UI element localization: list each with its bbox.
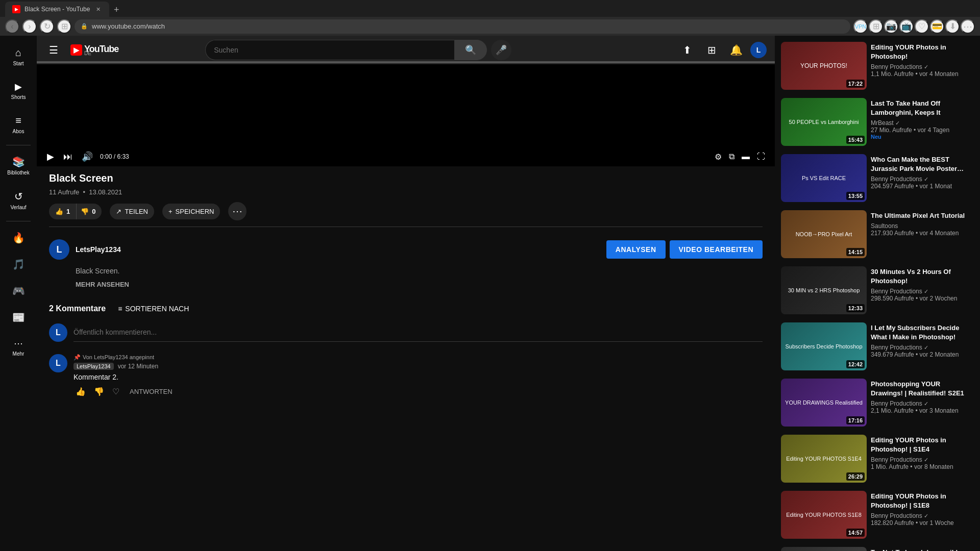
forward-button[interactable]: › <box>22 19 37 34</box>
save-button[interactable]: + SPEICHERN <box>162 204 220 219</box>
tab-bar: ▶ Black Screen - YouTube ✕ + <box>0 0 980 17</box>
comment-dislike-button[interactable]: 👎 <box>92 386 106 397</box>
like-button[interactable]: 👍 1 <box>49 204 77 219</box>
sidebar-item-subs[interactable]: ≡ Abos <box>2 109 35 141</box>
sidebar-item-shorts[interactable]: ▶ Shorts <box>2 75 35 107</box>
sidebar-item-home[interactable]: ⌂ Start <box>2 41 35 73</box>
url-text: www.youtube.com/watch <box>92 22 844 30</box>
rec-views: 182.820 Aufrufe • vor 1 Woche <box>871 519 966 527</box>
time-display: 0:00 / 6:33 <box>100 153 129 160</box>
nav-bar: ‹ › ↻ ⊞ 🔒 www.youtube.com/watch VPN ⊞ 📷 … <box>0 17 980 36</box>
menu-dots-button[interactable]: ⋯ <box>961 19 975 34</box>
sidebar-divider-1 <box>6 145 31 145</box>
rec-item[interactable]: Try Not To Laugh Try Not To Laugh Imposs… <box>779 545 968 551</box>
rec-item[interactable]: Editing YOUR PHOTOS S1E4 26:29 Editing Y… <box>779 433 968 485</box>
back-button[interactable]: ‹ <box>5 19 19 34</box>
home-button[interactable]: ⊞ <box>57 19 71 34</box>
rec-title: Photoshopping YOUR Drawings! | Realistif… <box>871 380 966 398</box>
mic-button[interactable]: 🎤 <box>491 40 511 60</box>
rec-item[interactable]: 50 PEOPLE vs Lamborghini 15:43 Last To T… <box>779 96 968 148</box>
active-tab[interactable]: ▶ Black Screen - YouTube ✕ <box>5 2 109 17</box>
extensions-button[interactable]: ⊞ <box>869 19 883 34</box>
rec-channel: Benny Productions ✓ <box>871 512 966 519</box>
rec-title: Editing YOUR Photos in Photoshop! | S1E4 <box>871 436 966 454</box>
edit-video-button[interactable]: VIDEO BEARBEITEN <box>670 240 763 259</box>
user-avatar[interactable]: L <box>750 42 767 58</box>
rec-thumb: Subscribers Decide Photoshop 12:42 <box>781 322 867 370</box>
hamburger-menu-button[interactable]: ☰ <box>45 40 62 60</box>
rec-thumb: YOUR DRAWINGS Realistified 17:16 <box>781 379 867 427</box>
more-actions-button[interactable]: ⋯ <box>228 202 247 220</box>
mehr-ansehen-button[interactable]: MEHR ANSEHEN <box>76 280 763 290</box>
sidebar-item-gaming[interactable]: 🎮 <box>2 279 35 303</box>
rec-views: 1 Mio. Aufrufe • vor 8 Monaten <box>871 463 966 470</box>
volume-button[interactable]: 🔊 <box>80 151 95 162</box>
rec-thumb: Editing YOUR PHOTOS S1E4 26:29 <box>781 435 867 483</box>
channel-name[interactable]: LetsPlay1234 <box>76 245 121 254</box>
rec-views: 1,1 Mio. Aufrufe • vor 4 Monaten <box>871 70 966 78</box>
news-icon: 📰 <box>12 311 25 323</box>
verified-icon: ✓ <box>895 120 900 127</box>
bookmark-button[interactable]: ♡ <box>915 19 929 34</box>
rec-item[interactable]: Editing YOUR PHOTOS S1E8 14:57 Editing Y… <box>779 489 968 541</box>
rec-item[interactable]: Subscribers Decide Photoshop 12:42 I Let… <box>779 320 968 372</box>
play-button[interactable]: ▶ <box>45 151 56 162</box>
comment-author-tag: LetsPlay1234 <box>74 363 114 370</box>
rec-item[interactable]: 30 MIN vs 2 HRS Photoshop 12:33 30 Minut… <box>779 264 968 316</box>
rec-info: I Let My Subscribers Decide What I Make … <box>871 322 966 370</box>
upload-button[interactable]: ⬆ <box>677 40 697 60</box>
sort-button[interactable]: ≡ SORTIEREN NACH <box>118 305 189 313</box>
sidebar-item-news[interactable]: 📰 <box>2 305 35 330</box>
next-button[interactable]: ⏭ <box>61 152 75 162</box>
comment-heart-button[interactable]: ♡ <box>110 386 121 397</box>
like-dislike-group: 👍 1 👎 0 <box>49 204 102 219</box>
theater-button[interactable]: ▬ <box>740 152 751 161</box>
yt-logo-de: DE <box>84 51 118 56</box>
comment-like-button[interactable]: 👍 <box>74 386 88 397</box>
rec-channel: Benny Productions ✓ <box>871 344 966 351</box>
new-tab-button[interactable]: + <box>109 3 124 17</box>
comment-time: vor 12 Minuten <box>118 363 158 370</box>
apps-button[interactable]: ⊞ <box>701 40 722 60</box>
screenshot-button[interactable]: 📷 <box>884 19 898 34</box>
search-button[interactable]: 🔍 <box>454 40 487 60</box>
sidebar-item-history[interactable]: ↺ Verlauf <box>2 184 35 217</box>
sidebar-item-music[interactable]: 🎵 <box>2 252 35 277</box>
cast-button[interactable]: 📺 <box>899 19 914 34</box>
address-bar[interactable]: 🔒 www.youtube.com/watch <box>75 19 850 34</box>
comment-input[interactable] <box>74 323 763 342</box>
share-button[interactable]: ↗ TEILEN <box>110 204 154 219</box>
vpn-button[interactable]: VPN <box>853 19 868 34</box>
rec-item[interactable]: NOOB→PRO Pixel Art 14:15 The Ultimate Pi… <box>779 208 968 260</box>
home-icon: ⌂ <box>15 47 21 59</box>
miniplayer-button[interactable]: ⧉ <box>727 152 736 161</box>
sidebar-item-more[interactable]: ⋯ Mehr <box>2 332 35 363</box>
rec-channel: Benny Productions ✓ <box>871 288 966 295</box>
settings-button[interactable]: ⚙ <box>713 152 723 162</box>
reload-button[interactable]: ↻ <box>40 19 54 34</box>
rec-item[interactable]: YOUR DRAWINGS Realistified 17:16 Photosh… <box>779 377 968 429</box>
fullscreen-button[interactable]: ⛶ <box>755 152 767 161</box>
video-player[interactable]: ▶ ⏭ 🔊 0:00 / 6:33 ⚙ ⧉ ▬ ⛶ <box>37 64 775 166</box>
channel-avatar[interactable]: L <box>49 239 69 260</box>
tab-close-button[interactable]: ✕ <box>94 5 102 13</box>
rec-thumb: Editing YOUR PHOTOS S1E8 14:57 <box>781 491 867 539</box>
yt-logo[interactable]: ▶ YouTube DE <box>70 44 118 56</box>
pinned-badge: 📌 Von LetsPlay1234 angepinnt <box>74 354 763 361</box>
wallet-button[interactable]: 💳 <box>930 19 944 34</box>
dislike-button[interactable]: 👎 0 <box>77 204 102 219</box>
share-icon: ↗ <box>116 208 121 215</box>
comment-text: Kommentar 2. <box>74 372 763 383</box>
sidebar-item-explore[interactable]: 🔥 <box>2 226 35 250</box>
analyse-button[interactable]: ANALYSEN <box>606 240 666 259</box>
sidebar-item-library[interactable]: 📚 Bibliothek <box>2 149 35 182</box>
rec-item-top[interactable]: YOUR PHOTOS! 17:22 Editing YOUR Photos i… <box>779 40 968 92</box>
search-input[interactable] <box>205 40 454 60</box>
rec-views: 298.590 Aufrufe • vor 2 Wochen <box>871 295 966 302</box>
download-button[interactable]: ⬇ <box>945 19 960 34</box>
progress-bar[interactable] <box>37 61 775 63</box>
verified-icon: ✓ <box>924 513 928 519</box>
comment-reply-button[interactable]: ANTWORTEN <box>126 387 177 396</box>
rec-item[interactable]: Ps VS Edit RACE 13:55 Who Can Make the B… <box>779 152 968 204</box>
notifications-button[interactable]: 🔔 <box>726 40 746 60</box>
